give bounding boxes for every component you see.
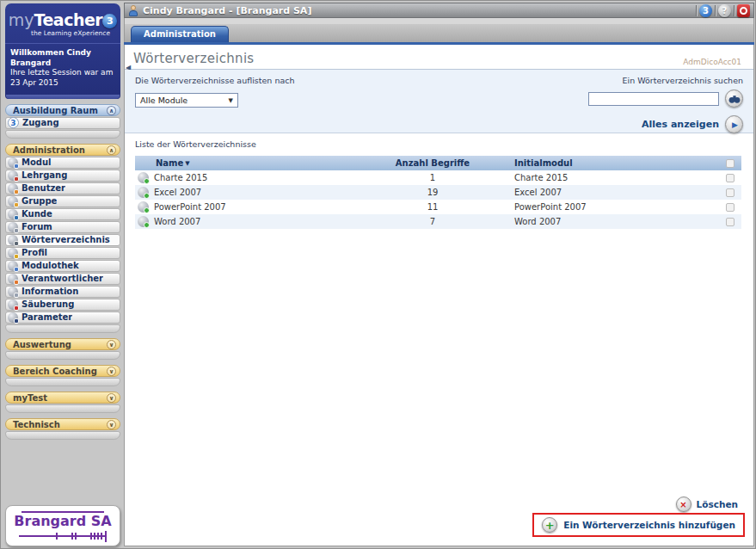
select-arrow-icon: ▼: [229, 97, 233, 104]
logo-teacher: Teacher: [34, 10, 103, 29]
search-input[interactable]: [588, 92, 719, 106]
table-row[interactable]: Word 2007 7 Word 2007: [135, 214, 741, 229]
row-checkbox[interactable]: [726, 188, 734, 197]
sidebar-item-kunde[interactable]: Kunde: [5, 208, 120, 220]
sidebar-item-label: Modul: [22, 157, 52, 167]
chevron-down-icon[interactable]: ∨: [107, 393, 116, 403]
table-header: Name ▼ Anzahl Begriffe Initialmodul: [135, 156, 741, 170]
last-session-text: Ihre letzte Session war am 23 Apr 2015: [10, 68, 115, 88]
module-filter-value: Alle Module: [140, 96, 187, 105]
dictionary-name[interactable]: Excel 2007: [154, 188, 201, 197]
column-label: Name: [156, 158, 183, 168]
chevron-down-icon[interactable]: ∨: [107, 367, 116, 376]
section-tray: [5, 351, 120, 360]
sidebar-item-profil[interactable]: Profil: [5, 247, 120, 259]
sidebar-item-forum[interactable]: Forum: [5, 221, 120, 233]
gear-cleanup-icon: [8, 299, 18, 310]
name-cell: PowerPoint 2007: [135, 201, 351, 213]
dictionary-name[interactable]: Word 2007: [154, 217, 200, 226]
add-icon: +: [542, 517, 557, 533]
table-row[interactable]: Charte 2015 1 Charte 2015: [135, 170, 741, 185]
sidebar-item-gruppe[interactable]: Gruppe: [5, 195, 120, 207]
section-header-ausbildung-raum[interactable]: Ausbildung Raum ∧: [5, 104, 120, 116]
section-tray: [5, 404, 120, 413]
sidebar-item-information[interactable]: Information: [5, 286, 120, 298]
chevron-up-icon[interactable]: ∧: [107, 106, 116, 115]
table-row[interactable]: Excel 2007 19 Excel 2007: [135, 185, 741, 200]
column-header-name[interactable]: Name ▼: [135, 158, 351, 168]
count-cell: 1: [351, 173, 514, 182]
gear-library-icon: [8, 261, 18, 271]
delete-label: Löschen: [697, 499, 738, 509]
help-icon[interactable]: ?: [718, 4, 731, 17]
show-all-label: Alles anzeigen: [642, 119, 719, 130]
row-checkbox[interactable]: [726, 203, 734, 212]
chevron-down-icon[interactable]: ∨: [107, 340, 116, 349]
select-cell: [719, 203, 741, 212]
window-title: Cindy Brangard - [Brangard SA]: [143, 5, 693, 16]
column-header-count[interactable]: Anzahl Begriffe: [351, 158, 514, 168]
page-code: AdmDicoAcc01: [683, 58, 741, 66]
gear-module-icon: [8, 157, 18, 168]
section-header-technisch[interactable]: Technisch ∨: [5, 418, 120, 430]
show-all-button[interactable]: ▶: [725, 115, 743, 133]
module-filter-select[interactable]: Alle Module ▼: [135, 93, 238, 108]
sidebar-item-modulothek[interactable]: Modulothek: [5, 260, 120, 272]
add-dictionary-button[interactable]: + Ein Wörterverzeichnis hinzufügen: [532, 513, 745, 537]
sidebar-item-benutzer[interactable]: Benutzer: [5, 182, 120, 194]
delete-button[interactable]: × Löschen: [676, 497, 738, 512]
sidebar-item-label: Lehrgang: [22, 170, 67, 180]
section-label: Administration: [13, 145, 85, 155]
logo-bottom-strip: [6, 95, 120, 99]
count-cell: 11: [351, 202, 514, 212]
tab-administration[interactable]: Administration: [131, 26, 229, 42]
content-area: ◀ Wörterverzeichnis AdmDicoAcc01 Die Wör…: [124, 45, 754, 546]
sidebar-item-verantwortlicher[interactable]: Verantwortlicher: [5, 273, 120, 285]
dictionary-name[interactable]: Charte 2015: [154, 173, 207, 182]
module-cell: Word 2007: [514, 217, 719, 226]
sidebar-item-lehrgang[interactable]: Lehrgang: [5, 170, 120, 182]
gear-responsible-icon: [8, 274, 18, 284]
column-header-module[interactable]: Initialmodul: [514, 158, 719, 168]
select-cell: [719, 174, 741, 182]
section-header-administration[interactable]: Administration ∧: [5, 144, 120, 156]
row-checkbox[interactable]: [726, 174, 734, 182]
section-tray: [5, 378, 120, 386]
sidebar-item-parameter[interactable]: Parameter: [5, 312, 120, 324]
sidebar-item-label: Kunde: [22, 209, 52, 219]
column-header-select: [719, 159, 741, 168]
play-icon: ▶: [732, 120, 738, 129]
dictionary-name[interactable]: PowerPoint 2007: [154, 202, 226, 212]
search-area: Ein Wörterverzeichnis suchen Alles: [588, 76, 743, 133]
sidebar-section-administration: Administration ∧ Modul Lehrgang Benutzer: [5, 144, 120, 333]
company-logo: Brangard SA: [5, 505, 120, 546]
app-logo: myTeacher3 the Learning eXperience Willk…: [5, 3, 120, 99]
sidebar-item-label: Zugang: [22, 118, 59, 127]
select-cell: [719, 188, 741, 197]
section-items: Modul Lehrgang Benutzer Gruppe Kunde: [5, 157, 120, 324]
section-header-auswertung[interactable]: Auswertung ∨: [5, 338, 120, 350]
section-header-mytest[interactable]: myTest ∨: [5, 392, 120, 404]
table-row[interactable]: PowerPoint 2007 11 PowerPoint 2007: [135, 200, 741, 214]
chevron-down-icon[interactable]: ∨: [107, 420, 116, 429]
gear-user-icon: [8, 183, 18, 194]
search-button[interactable]: [725, 89, 743, 108]
search-label: Ein Wörterverzeichnis suchen: [588, 76, 743, 85]
row-checkbox[interactable]: [726, 218, 734, 226]
sidebar-item-saeuberung[interactable]: Säuberung: [5, 299, 120, 311]
logo-my: my: [9, 10, 34, 29]
app-screen: myTeacher3 the Learning eXperience Willk…: [0, 0, 756, 549]
titlebar-substrip: [124, 18, 754, 24]
sidebar-item-modul[interactable]: Modul: [5, 157, 120, 169]
sidebar-item-woerterverzeichnis[interactable]: Wörterverzeichnis: [5, 234, 120, 246]
gear-key-icon: [8, 248, 18, 258]
section-header-bereich-coaching[interactable]: Bereich Coaching ∨: [5, 365, 120, 377]
select-all-checkbox[interactable]: [726, 159, 734, 168]
logout-power-icon[interactable]: [737, 4, 750, 17]
chevron-up-icon[interactable]: ∧: [107, 145, 116, 155]
sidebar-section-auswertung: Auswertung ∨: [5, 338, 120, 360]
dictionary-icon: [138, 201, 149, 213]
filter-panel: Die Wörterverzeichnisse auflisten nach A…: [125, 70, 753, 133]
teacher3-icon[interactable]: 3: [699, 4, 712, 17]
sidebar-item-zugang[interactable]: 3 Zugang: [5, 117, 120, 129]
